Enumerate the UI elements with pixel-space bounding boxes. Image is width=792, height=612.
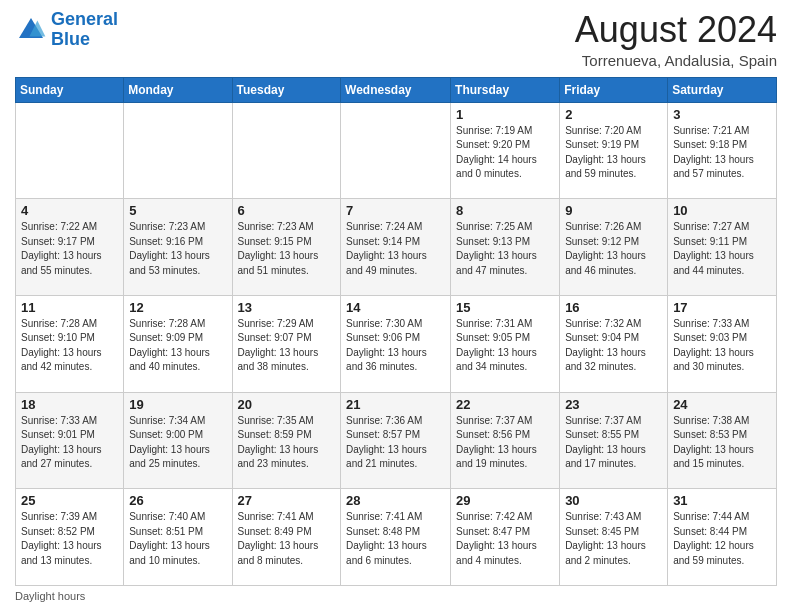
day-number: 19 [129,397,226,412]
calendar-cell: 18Sunrise: 7:33 AMSunset: 9:01 PMDayligh… [16,392,124,489]
day-number: 12 [129,300,226,315]
calendar-cell: 8Sunrise: 7:25 AMSunset: 9:13 PMDaylight… [451,199,560,296]
day-info: Sunrise: 7:27 AMSunset: 9:11 PMDaylight:… [673,220,771,278]
day-number: 1 [456,107,554,122]
calendar-cell: 7Sunrise: 7:24 AMSunset: 9:14 PMDaylight… [341,199,451,296]
calendar-cell: 17Sunrise: 7:33 AMSunset: 9:03 PMDayligh… [668,295,777,392]
header-day: Sunday [16,77,124,102]
calendar-cell: 12Sunrise: 7:28 AMSunset: 9:09 PMDayligh… [124,295,232,392]
day-number: 27 [238,493,336,508]
day-info: Sunrise: 7:23 AMSunset: 9:15 PMDaylight:… [238,220,336,278]
logo-icon [15,14,47,46]
day-number: 14 [346,300,445,315]
day-info: Sunrise: 7:30 AMSunset: 9:06 PMDaylight:… [346,317,445,375]
day-info: Sunrise: 7:43 AMSunset: 8:45 PMDaylight:… [565,510,662,568]
calendar-cell: 23Sunrise: 7:37 AMSunset: 8:55 PMDayligh… [560,392,668,489]
day-number: 31 [673,493,771,508]
calendar-body: 1Sunrise: 7:19 AMSunset: 9:20 PMDaylight… [16,102,777,585]
calendar-cell: 24Sunrise: 7:38 AMSunset: 8:53 PMDayligh… [668,392,777,489]
calendar-cell: 21Sunrise: 7:36 AMSunset: 8:57 PMDayligh… [341,392,451,489]
day-info: Sunrise: 7:25 AMSunset: 9:13 PMDaylight:… [456,220,554,278]
day-number: 5 [129,203,226,218]
footer-label: Daylight hours [15,590,85,602]
calendar-cell: 19Sunrise: 7:34 AMSunset: 9:00 PMDayligh… [124,392,232,489]
day-info: Sunrise: 7:22 AMSunset: 9:17 PMDaylight:… [21,220,118,278]
day-info: Sunrise: 7:37 AMSunset: 8:56 PMDaylight:… [456,414,554,472]
header-row: SundayMondayTuesdayWednesdayThursdayFrid… [16,77,777,102]
logo-text: General Blue [51,10,118,50]
day-number: 7 [346,203,445,218]
day-info: Sunrise: 7:33 AMSunset: 9:03 PMDaylight:… [673,317,771,375]
day-number: 16 [565,300,662,315]
day-info: Sunrise: 7:38 AMSunset: 8:53 PMDaylight:… [673,414,771,472]
calendar-cell [232,102,341,199]
calendar-cell [341,102,451,199]
calendar-row: 1Sunrise: 7:19 AMSunset: 9:20 PMDaylight… [16,102,777,199]
day-number: 13 [238,300,336,315]
day-info: Sunrise: 7:41 AMSunset: 8:49 PMDaylight:… [238,510,336,568]
day-number: 17 [673,300,771,315]
day-info: Sunrise: 7:35 AMSunset: 8:59 PMDaylight:… [238,414,336,472]
calendar-cell: 30Sunrise: 7:43 AMSunset: 8:45 PMDayligh… [560,489,668,586]
calendar-cell: 16Sunrise: 7:32 AMSunset: 9:04 PMDayligh… [560,295,668,392]
calendar-row: 18Sunrise: 7:33 AMSunset: 9:01 PMDayligh… [16,392,777,489]
main-title: August 2024 [575,10,777,50]
day-info: Sunrise: 7:26 AMSunset: 9:12 PMDaylight:… [565,220,662,278]
day-number: 18 [21,397,118,412]
day-info: Sunrise: 7:36 AMSunset: 8:57 PMDaylight:… [346,414,445,472]
day-info: Sunrise: 7:24 AMSunset: 9:14 PMDaylight:… [346,220,445,278]
day-number: 6 [238,203,336,218]
calendar-cell: 4Sunrise: 7:22 AMSunset: 9:17 PMDaylight… [16,199,124,296]
day-info: Sunrise: 7:23 AMSunset: 9:16 PMDaylight:… [129,220,226,278]
logo-blue: Blue [51,29,90,49]
day-number: 9 [565,203,662,218]
day-number: 2 [565,107,662,122]
calendar-cell: 10Sunrise: 7:27 AMSunset: 9:11 PMDayligh… [668,199,777,296]
calendar-cell: 27Sunrise: 7:41 AMSunset: 8:49 PMDayligh… [232,489,341,586]
day-info: Sunrise: 7:31 AMSunset: 9:05 PMDaylight:… [456,317,554,375]
title-block: August 2024 Torrenueva, Andalusia, Spain [575,10,777,69]
header: General Blue August 2024 Torrenueva, And… [15,10,777,69]
day-info: Sunrise: 7:41 AMSunset: 8:48 PMDaylight:… [346,510,445,568]
day-number: 30 [565,493,662,508]
day-number: 28 [346,493,445,508]
calendar-table: SundayMondayTuesdayWednesdayThursdayFrid… [15,77,777,586]
header-day: Friday [560,77,668,102]
day-info: Sunrise: 7:39 AMSunset: 8:52 PMDaylight:… [21,510,118,568]
day-info: Sunrise: 7:33 AMSunset: 9:01 PMDaylight:… [21,414,118,472]
day-info: Sunrise: 7:19 AMSunset: 9:20 PMDaylight:… [456,124,554,182]
header-day: Saturday [668,77,777,102]
day-number: 23 [565,397,662,412]
calendar-cell: 9Sunrise: 7:26 AMSunset: 9:12 PMDaylight… [560,199,668,296]
logo: General Blue [15,10,118,50]
day-info: Sunrise: 7:42 AMSunset: 8:47 PMDaylight:… [456,510,554,568]
day-number: 15 [456,300,554,315]
day-number: 3 [673,107,771,122]
day-number: 26 [129,493,226,508]
calendar-cell: 28Sunrise: 7:41 AMSunset: 8:48 PMDayligh… [341,489,451,586]
calendar-cell [124,102,232,199]
day-info: Sunrise: 7:37 AMSunset: 8:55 PMDaylight:… [565,414,662,472]
calendar-cell: 3Sunrise: 7:21 AMSunset: 9:18 PMDaylight… [668,102,777,199]
day-number: 11 [21,300,118,315]
footer: Daylight hours [15,590,777,602]
day-number: 10 [673,203,771,218]
calendar-cell: 25Sunrise: 7:39 AMSunset: 8:52 PMDayligh… [16,489,124,586]
day-info: Sunrise: 7:32 AMSunset: 9:04 PMDaylight:… [565,317,662,375]
calendar-row: 25Sunrise: 7:39 AMSunset: 8:52 PMDayligh… [16,489,777,586]
calendar-cell [16,102,124,199]
calendar-cell: 29Sunrise: 7:42 AMSunset: 8:47 PMDayligh… [451,489,560,586]
day-number: 24 [673,397,771,412]
header-day: Tuesday [232,77,341,102]
calendar-cell: 2Sunrise: 7:20 AMSunset: 9:19 PMDaylight… [560,102,668,199]
calendar-cell: 20Sunrise: 7:35 AMSunset: 8:59 PMDayligh… [232,392,341,489]
day-number: 29 [456,493,554,508]
calendar-cell: 31Sunrise: 7:44 AMSunset: 8:44 PMDayligh… [668,489,777,586]
calendar-row: 4Sunrise: 7:22 AMSunset: 9:17 PMDaylight… [16,199,777,296]
day-info: Sunrise: 7:20 AMSunset: 9:19 PMDaylight:… [565,124,662,182]
calendar-row: 11Sunrise: 7:28 AMSunset: 9:10 PMDayligh… [16,295,777,392]
calendar-cell: 6Sunrise: 7:23 AMSunset: 9:15 PMDaylight… [232,199,341,296]
day-number: 21 [346,397,445,412]
day-info: Sunrise: 7:28 AMSunset: 9:09 PMDaylight:… [129,317,226,375]
calendar-cell: 14Sunrise: 7:30 AMSunset: 9:06 PMDayligh… [341,295,451,392]
